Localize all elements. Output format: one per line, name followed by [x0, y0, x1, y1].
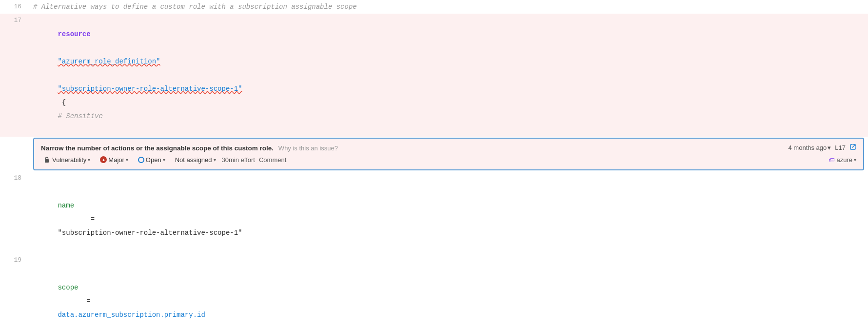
keyword-resource: resource — [58, 30, 90, 38]
attr-name: name — [58, 202, 74, 209]
tag-assignee[interactable]: Not assigned ▾ — [173, 155, 218, 165]
major-chevron: ▾ — [126, 157, 128, 163]
assignee-chevron: ▾ — [214, 157, 216, 163]
issue-banner-row: Narrow the number of actions or the assi… — [0, 138, 868, 170]
effort-text: 30min effort — [222, 156, 255, 164]
tag-open[interactable]: Open ▾ — [136, 155, 167, 165]
time-text: 4 months ago — [789, 144, 827, 151]
spaces-18: = — [58, 215, 99, 223]
issue-banner-top: Narrow the number of actions or the assi… — [41, 144, 856, 152]
issue-title: Narrow the number of actions or the assi… — [41, 145, 338, 152]
issue-banner-spacer — [0, 138, 33, 170]
issue-banner: Narrow the number of actions or the assi… — [33, 138, 864, 170]
code-container: 16 # Alternative ways to define a custom… — [0, 0, 868, 331]
issue-title-bold: Narrow the number of actions or the assi… — [41, 145, 274, 152]
vulnerability-chevron: ▾ — [88, 157, 90, 163]
major-label: Major — [108, 156, 124, 164]
issue-title-container: Narrow the number of actions or the assi… — [41, 144, 338, 152]
tag-azure-container[interactable]: 🏷 azure ▾ — [829, 156, 856, 164]
issue-meta-right: 4 months ago ▾ L17 — [789, 144, 856, 152]
string-role-name: "subscription-owner-role-alternative-sco… — [58, 85, 242, 93]
major-icon — [100, 156, 107, 163]
code-line-16: 16 # Alternative ways to define a custom… — [0, 0, 868, 14]
line-number-17: 17 — [0, 14, 29, 27]
tag-major[interactable]: Major ▾ — [98, 155, 130, 165]
azure-chevron: ▾ — [854, 157, 856, 163]
assignee-label: Not assigned — [175, 156, 212, 164]
meta-time[interactable]: 4 months ago ▾ — [789, 144, 831, 151]
open-icon — [138, 157, 144, 163]
open-label: Open — [146, 156, 161, 164]
line-content-16: # Alternative ways to define a custom ro… — [29, 0, 868, 14]
line17-comment: # Sensitive — [58, 112, 102, 120]
vulnerability-label: Vulnerability — [52, 156, 86, 164]
spaces-19: = — [58, 297, 95, 305]
line-content-19: scope = data.azurerm_subscription.primar… — [29, 253, 868, 331]
code-line-18: 18 name = "subscription-owner-role-alter… — [0, 171, 868, 253]
issue-banner-bottom: Vulnerability ▾ Major ▾ Open — [41, 155, 856, 165]
line-number-16: 16 — [0, 0, 29, 14]
comment-link[interactable]: Comment — [259, 156, 286, 164]
svg-rect-0 — [45, 159, 49, 163]
code-line-17: 17 resource "azurerm_role_definition" "s… — [0, 14, 868, 137]
open-chevron: ▾ — [163, 157, 165, 163]
meta-line-ref: L17 — [835, 144, 846, 151]
line-number-19: 19 — [0, 253, 29, 267]
tag-azure: azure — [836, 156, 852, 164]
line-content-17: resource "azurerm_role_definition" "subs… — [29, 14, 868, 137]
time-chevron: ▾ — [828, 144, 831, 151]
why-link[interactable]: Why is this an issue? — [278, 145, 338, 152]
line-number-18: 18 — [0, 171, 29, 185]
lock-icon — [43, 156, 51, 164]
punct-brace: { — [58, 99, 70, 106]
issue-tags-left: Vulnerability ▾ Major ▾ Open — [41, 155, 286, 165]
line-content-18: name = "subscription-owner-role-alternat… — [29, 171, 868, 253]
name-value: "subscription-owner-role-alternative-sco… — [58, 229, 242, 237]
attr-scope: scope — [58, 284, 78, 291]
code-line-19: 19 scope = data.azurerm_subscription.pri… — [0, 253, 868, 331]
scope-value: data.azurerm_subscription.primary.id — [58, 311, 205, 319]
tag-vulnerability[interactable]: Vulnerability ▾ — [41, 155, 92, 165]
meta-link-icon[interactable] — [849, 144, 856, 152]
tag-icon: 🏷 — [829, 156, 835, 164]
string-role-def: "azurerm_role_definition" — [58, 58, 160, 65]
